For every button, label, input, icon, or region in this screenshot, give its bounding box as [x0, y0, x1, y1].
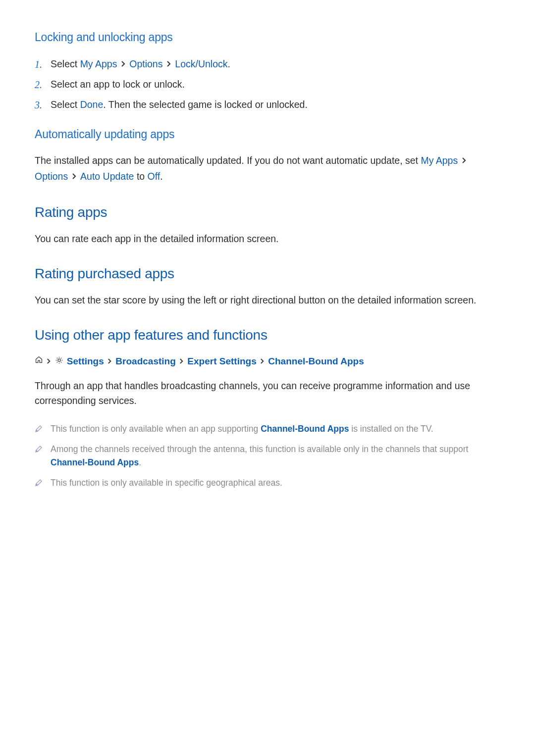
step-number: 3. — [35, 97, 42, 113]
chevron-right-icon — [260, 354, 265, 369]
chevron-right-icon — [462, 153, 467, 168]
step-1: 1. Select My Apps Options Lock/Unlock. — [51, 56, 500, 73]
note-text-pre: Among the channels received through the … — [51, 444, 468, 454]
link-channel-bound-apps: Channel-Bound Apps — [51, 457, 139, 467]
step-text-pre: Select — [51, 99, 80, 110]
body-rating-purchased: You can set the star score by using the … — [35, 293, 500, 307]
breadcrumb-broadcasting: Broadcasting — [115, 356, 175, 366]
link-options: Options — [35, 171, 68, 182]
link-off: Off — [148, 171, 160, 182]
text-post: . — [160, 171, 162, 182]
home-icon — [35, 353, 43, 368]
chevron-right-icon — [179, 354, 184, 369]
heading-locking: Locking and unlocking apps — [35, 31, 500, 44]
step-3: 3. Select Done. Then the selected game i… — [51, 97, 500, 113]
step-text-post: . Then the selected game is locked or un… — [103, 99, 308, 110]
step-number: 1. — [35, 56, 42, 73]
chevron-right-icon — [121, 56, 126, 72]
breadcrumb-channel-bound-apps: Channel-Bound Apps — [268, 356, 364, 366]
note-list: This function is only available when an … — [35, 422, 500, 490]
pencil-icon — [35, 444, 43, 457]
step-number: 2. — [35, 76, 42, 93]
heading-other-features: Using other app features and functions — [35, 327, 500, 343]
link-auto-update: Auto Update — [80, 171, 134, 182]
steps-list: 1. Select My Apps Options Lock/Unlock. 2… — [35, 56, 500, 113]
body-rating-apps: You can rate each app in the detailed in… — [35, 231, 500, 246]
chevron-right-icon — [107, 354, 112, 369]
body-auto-update: The installed apps can be automatically … — [35, 153, 500, 185]
note-text-post: . — [139, 457, 141, 467]
breadcrumb-settings: Settings — [67, 356, 104, 366]
pencil-icon — [35, 477, 43, 491]
chevron-right-icon — [72, 169, 77, 184]
heading-auto-update: Automatically updating apps — [35, 128, 500, 141]
step-text-pre: Select — [51, 58, 80, 69]
heading-rating-apps: Rating apps — [35, 204, 500, 220]
body-other-features: Through an app that handles broadcasting… — [35, 378, 500, 408]
pencil-icon — [35, 423, 43, 437]
text-pre: The installed apps can be automatically … — [35, 155, 421, 166]
link-channel-bound-apps: Channel-Bound Apps — [261, 424, 349, 434]
chevron-right-icon — [47, 354, 51, 369]
note-text-pre: This function is only available when an … — [51, 424, 261, 434]
text-mid: to — [134, 171, 147, 182]
note-text-post: is installed on the TV. — [349, 424, 433, 434]
link-options: Options — [129, 58, 162, 69]
section-rating-purchased: Rating purchased apps You can set the st… — [35, 266, 500, 307]
section-rating-apps: Rating apps You can rate each app in the… — [35, 204, 500, 246]
breadcrumb: Settings Broadcasting Expert Settings Ch… — [35, 354, 500, 369]
chevron-right-icon — [166, 56, 171, 72]
link-lock-unlock: Lock/Unlock — [175, 58, 227, 69]
section-other-features: Using other app features and functions S… — [35, 327, 500, 490]
note-text: This function is only available in speci… — [51, 478, 282, 488]
note-item: This function is only available in speci… — [51, 476, 500, 490]
link-my-apps: My Apps — [421, 155, 458, 166]
link-my-apps: My Apps — [80, 58, 117, 69]
section-locking: Locking and unlocking apps 1. Select My … — [35, 31, 500, 113]
heading-rating-purchased: Rating purchased apps — [35, 266, 500, 282]
gear-icon — [55, 354, 63, 369]
note-item: Among the channels received through the … — [51, 443, 500, 469]
svg-point-0 — [58, 359, 60, 361]
link-done: Done — [80, 99, 104, 110]
step-2: 2. Select an app to lock or unlock. — [51, 76, 500, 93]
step-text-post: . — [228, 58, 230, 69]
note-item: This function is only available when an … — [51, 422, 500, 436]
step-text: Select an app to lock or unlock. — [51, 79, 185, 90]
section-auto-update: Automatically updating apps The installe… — [35, 128, 500, 185]
breadcrumb-expert-settings: Expert Settings — [187, 356, 256, 366]
